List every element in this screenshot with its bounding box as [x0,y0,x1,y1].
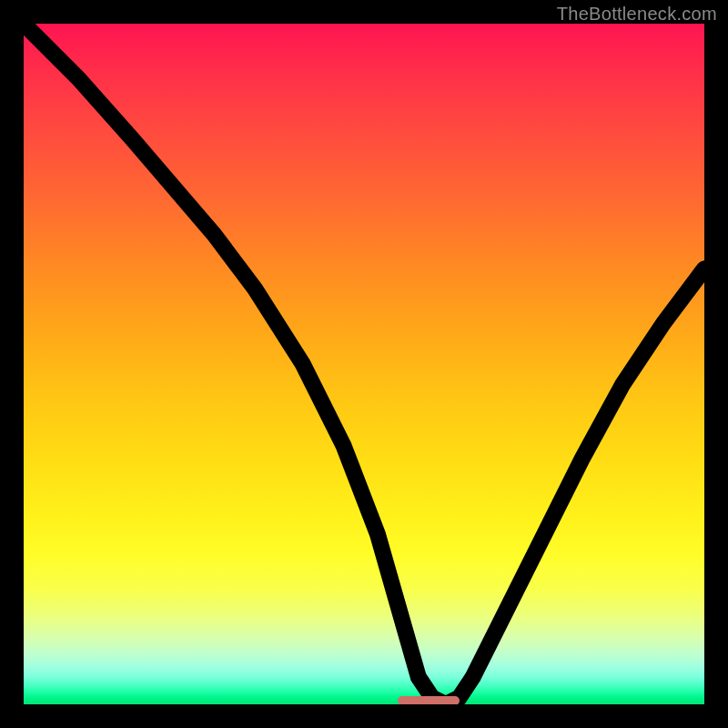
watermark-text: TheBottleneck.com [557,4,717,25]
plot-area [24,24,704,704]
bottleneck-curve [24,24,704,704]
optimal-marker [398,696,459,704]
outer-frame: TheBottleneck.com [0,0,728,728]
